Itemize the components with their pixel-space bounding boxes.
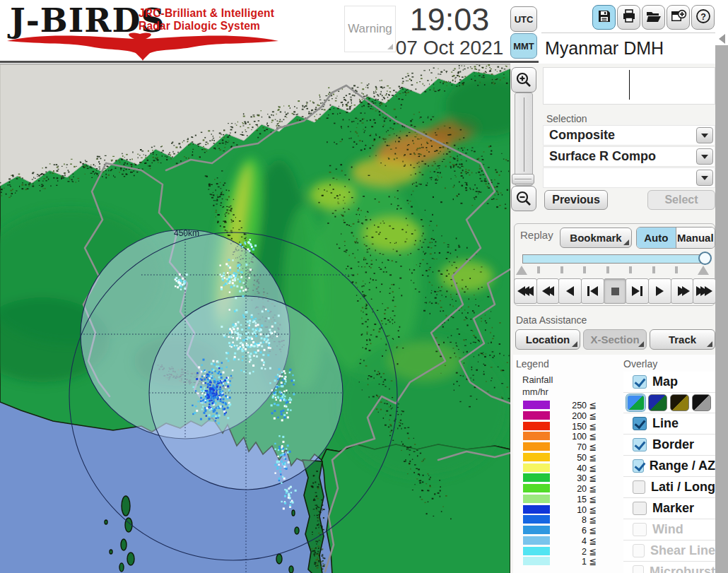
fastest-rewind-icon [517, 286, 534, 296]
timeline-end-marker[interactable] [698, 266, 709, 275]
legend-color-swatch [523, 526, 550, 534]
overlay-item-border[interactable]: Border [623, 435, 715, 456]
dropdown-arrow-button[interactable] [696, 127, 713, 143]
help-button[interactable]: ? [691, 5, 715, 30]
overlay-item-line[interactable]: Line [623, 413, 715, 435]
map-zoom-slider-track[interactable] [515, 93, 533, 186]
legend-row: 20 ≦ [523, 483, 602, 493]
fast-rewind-button[interactable] [536, 278, 560, 304]
step-forward-button[interactable] [626, 278, 649, 304]
station-title: Myanmar DMH [545, 38, 664, 59]
select-button[interactable]: Select [647, 190, 715, 210]
fastest-forward-button[interactable] [693, 278, 716, 304]
overlay-item-marker[interactable]: Marker [623, 498, 715, 519]
replay-timeline-slider[interactable] [522, 254, 706, 264]
replay-slider-handle[interactable] [698, 252, 712, 265]
play-backward-button[interactable] [558, 278, 582, 304]
overlay-item-label: Lati / Long [651, 480, 715, 495]
clock-date: 07 Oct 2021 [393, 37, 506, 59]
save-button[interactable] [592, 5, 616, 30]
caret-down-icon [701, 155, 708, 159]
checkbox[interactable] [633, 523, 647, 536]
new-window-button[interactable] [667, 5, 690, 30]
checkbox[interactable] [633, 480, 645, 494]
checkmark-icon [635, 439, 646, 451]
timezone-mmt-button[interactable]: MMT [510, 33, 537, 59]
new-window-icon [670, 8, 687, 27]
fast-rewind-icon [542, 286, 554, 296]
map-zoom-slider-handle[interactable] [512, 174, 534, 184]
overlay-item-label: Line [652, 416, 679, 431]
map-style-3-button[interactable] [670, 394, 689, 411]
legend-color-swatch [523, 473, 550, 482]
legend-row: 6 ≦ [523, 525, 602, 535]
location-button[interactable]: Location [515, 329, 580, 350]
checkbox[interactable] [633, 375, 647, 389]
open-folder-button[interactable] [642, 5, 665, 30]
map-zoom-in-button[interactable] [511, 67, 536, 93]
previous-button[interactable]: Previous [544, 190, 608, 210]
help-icon: ? [695, 8, 711, 27]
play-backward-icon [566, 286, 574, 296]
dropdown-arrow-button[interactable] [696, 170, 713, 186]
legend-title-unit: mm/hr [522, 386, 548, 397]
manual-mode-button[interactable]: Manual [676, 228, 715, 248]
timeline-tick [675, 266, 678, 273]
checkbox[interactable] [633, 459, 644, 473]
panel-collapse-button[interactable] [715, 31, 728, 47]
selection-dropdown-1[interactable]: Composite [543, 125, 715, 146]
checkmark-icon [635, 460, 646, 472]
selection-dropdown-3[interactable] [543, 167, 715, 188]
timeline-tick [560, 266, 563, 273]
map-style-swatches [623, 393, 715, 413]
print-button[interactable] [617, 5, 640, 30]
checkbox[interactable] [633, 544, 645, 557]
step-forward-icon [632, 286, 642, 296]
panel-edge-strip[interactable] [715, 45, 728, 573]
stop-button[interactable] [604, 278, 627, 304]
checkbox[interactable] [633, 565, 644, 573]
overlay-item-shear-line[interactable]: Shear Line [623, 540, 715, 562]
legend-row: 40 ≦ [523, 463, 602, 473]
radar-map[interactable]: 450km [0, 64, 510, 573]
bookmark-button[interactable]: Bookmark [560, 228, 632, 248]
open-folder-icon [645, 8, 662, 27]
warning-button[interactable]: Warning [344, 6, 396, 52]
legend-threshold: 70 ≦ [577, 442, 597, 452]
map-zoom-out-button[interactable] [511, 186, 536, 211]
checkbox[interactable] [633, 417, 647, 430]
legend-threshold: 10 ≦ [577, 504, 597, 515]
overlay-item-wind[interactable]: Wind [623, 519, 715, 540]
timeline-start-marker[interactable] [516, 266, 527, 275]
checkmark-icon [635, 376, 646, 388]
fastest-rewind-button[interactable] [514, 278, 537, 304]
control-panel: Selection Previous Select Replay Bookmar… [510, 64, 715, 573]
track-button[interactable]: Track [650, 329, 715, 350]
map-style-4-button[interactable] [692, 394, 711, 411]
map-style-1-button[interactable] [626, 394, 645, 411]
overlay-section-label: Overlay [623, 358, 657, 370]
corner-fold-icon [623, 240, 629, 245]
overlay-item-microburst[interactable]: Microburst [623, 562, 715, 573]
timeline-tick [606, 266, 609, 273]
corner-fold-icon [387, 44, 393, 49]
selection-dropdown-2[interactable]: Surface R Compo [543, 146, 715, 167]
overlay-item-map[interactable]: Map [623, 372, 715, 393]
x-section-button[interactable]: X-Section [583, 329, 647, 350]
legend-threshold: 1 ≦ [582, 556, 597, 567]
fast-forward-button[interactable] [671, 278, 694, 304]
auto-mode-button[interactable]: Auto [637, 228, 676, 248]
overlay-item-lati-long[interactable]: Lati / Long [623, 477, 715, 498]
dropdown-arrow-button[interactable] [696, 148, 713, 165]
play-forward-button[interactable] [648, 278, 671, 304]
checkbox[interactable] [633, 502, 647, 515]
checkbox[interactable] [633, 438, 647, 451]
map-style-2-button[interactable] [648, 394, 667, 411]
overlay-item-range-az[interactable]: Range / AZ [623, 456, 715, 477]
legend-row: 150 ≦ [523, 421, 602, 431]
step-backward-button[interactable] [581, 278, 604, 304]
legend-title-rainfall: Rainfall [522, 374, 553, 385]
timezone-utc-button[interactable]: UTC [510, 6, 537, 32]
timeline-tick [537, 266, 540, 273]
legend-row: 8 ≦ [523, 514, 602, 524]
